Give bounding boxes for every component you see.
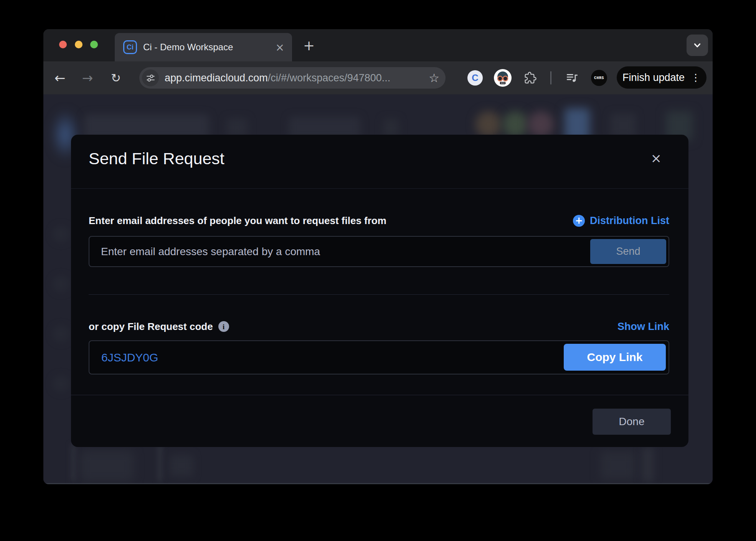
dialog-title: Send File Request: [89, 149, 224, 168]
show-link-button[interactable]: Show Link: [617, 321, 669, 333]
blurred-shape: [170, 455, 193, 477]
section-divider: [89, 294, 669, 295]
blurred-shape: [642, 447, 654, 482]
media-playlist-button[interactable]: [566, 71, 579, 84]
blurred-shape: [158, 444, 162, 481]
browser-toolbar: ← → ↻ app.cimediacloud.com/ci/#/workspac…: [43, 61, 713, 94]
bookmark-star-icon[interactable]: ☆: [429, 71, 439, 85]
distribution-list-button[interactable]: + Distribution List: [573, 215, 669, 227]
url-path: /ci/#/workspaces/947800...: [268, 72, 391, 84]
copy-link-button[interactable]: Copy Link: [564, 344, 666, 371]
chrs-profile-badge[interactable]: CHRS: [591, 70, 607, 86]
new-tab-button[interactable]: +: [301, 38, 317, 53]
blurred-shape: [475, 111, 502, 137]
blurred-shape: [611, 114, 636, 137]
back-button[interactable]: ←: [51, 69, 68, 86]
tab-search-button[interactable]: [687, 35, 708, 56]
blurred-shape: [53, 375, 69, 392]
close-window-button[interactable]: [59, 41, 67, 48]
blurred-shape: [383, 119, 399, 137]
file-request-code-label: or copy File Request code: [89, 321, 213, 333]
zoom-window-button[interactable]: [90, 41, 98, 48]
toolbar-divider: [550, 71, 551, 84]
file-request-code-value: 6JSJDY0G: [101, 351, 158, 364]
done-button[interactable]: Done: [593, 409, 671, 435]
blurred-shape: [227, 118, 248, 137]
blurred-shape: [53, 226, 69, 242]
robot-face-icon: [494, 69, 512, 87]
plus-circle-icon: +: [573, 215, 585, 227]
tune-icon: [146, 73, 155, 83]
tab-title: Ci - Demo Workspace: [143, 42, 276, 53]
reload-button[interactable]: ↻: [107, 69, 124, 86]
forward-button[interactable]: →: [79, 69, 96, 86]
minimize-window-button[interactable]: [75, 41, 83, 48]
code-label-group: or copy File Request code i: [89, 321, 229, 333]
header-divider: [71, 188, 688, 189]
close-tab-icon[interactable]: ×: [276, 41, 284, 54]
browser-window: Ci Ci - Demo Workspace × + ← → ↻ a: [43, 29, 713, 484]
send-button[interactable]: Send: [590, 239, 666, 264]
blurred-shape: [80, 450, 134, 482]
distribution-list-label: Distribution List: [590, 215, 669, 227]
tab-strip: Ci Ci - Demo Workspace × +: [43, 29, 713, 61]
blurred-shape: [502, 111, 528, 137]
blurred-shape: [601, 451, 636, 480]
finish-update-label: Finish update: [622, 72, 685, 84]
url-text: app.cimediacloud.com/ci/#/workspaces/947…: [165, 72, 429, 84]
email-addresses-label: Enter email addresses of people you want…: [89, 215, 386, 227]
playlist-music-icon: [566, 71, 579, 84]
file-request-code-field[interactable]: 6JSJDY0G Copy Link: [89, 340, 669, 374]
browser-menu-dots-icon[interactable]: ⋮: [691, 73, 701, 82]
url-domain: app.cimediacloud.com: [165, 72, 268, 84]
blurred-shape: [53, 275, 69, 292]
address-bar[interactable]: app.cimediacloud.com/ci/#/workspaces/947…: [139, 67, 446, 89]
browser-tab[interactable]: Ci Ci - Demo Workspace ×: [115, 33, 292, 61]
blurred-shape: [53, 325, 69, 342]
footer-divider: [71, 395, 688, 395]
finish-update-button[interactable]: Finish update ⋮: [617, 66, 706, 89]
blurred-shape: [528, 111, 554, 137]
blurred-shape: [71, 444, 76, 481]
chevron-down-icon: [692, 40, 703, 51]
site-settings-button[interactable]: [142, 69, 159, 86]
extensions-button[interactable]: [524, 72, 536, 84]
info-icon[interactable]: i: [218, 321, 229, 332]
dialog-close-icon[interactable]: ×: [651, 152, 662, 165]
email-input[interactable]: [89, 237, 669, 266]
ci-extension-icon[interactable]: C: [467, 70, 483, 86]
email-input-field: Send: [89, 236, 669, 267]
page-background: Send File Request × Enter email addresse…: [43, 94, 713, 484]
avatar-extension-icon[interactable]: [494, 69, 512, 87]
ci-favicon-icon: Ci: [123, 40, 137, 54]
puzzle-icon: [524, 72, 536, 84]
send-file-request-dialog: Send File Request × Enter email addresse…: [71, 135, 688, 447]
